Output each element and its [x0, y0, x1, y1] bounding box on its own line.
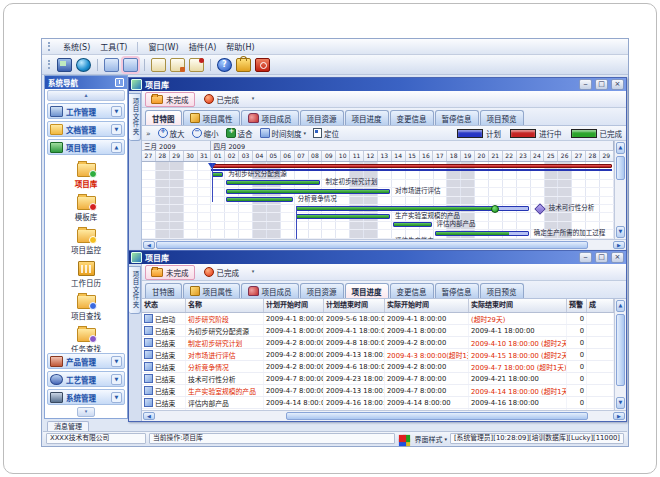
scrollbar-thumb[interactable]: [156, 241, 588, 249]
scroll-down-button[interactable]: [616, 397, 625, 409]
scroll-up-button[interactable]: [616, 142, 625, 154]
table-vertical-scrollbar[interactable]: [614, 299, 626, 410]
tool-定位[interactable]: 定位: [313, 128, 339, 139]
gantt-bar-评估内部产品[interactable]: [393, 222, 432, 227]
mail-icon[interactable]: [151, 58, 166, 72]
gantt-bar-分析竞争情况[interactable]: [226, 197, 292, 202]
gantt-bar-为初步研究分配资源[interactable]: [212, 172, 223, 177]
sidebar-group-项目管理[interactable]: 项目管理▲: [47, 139, 125, 155]
table-row[interactable]: 已结束生产实验室规模的产品2009-4-7 8:00:002009-4-13 1…: [142, 385, 614, 397]
table-row[interactable]: 已结束制定初步研究计划2009-4-2 8:00:002009-4-8 18:0…: [142, 337, 614, 349]
menu-item[interactable]: 窗口(W): [148, 41, 178, 52]
close-button[interactable]: [611, 252, 624, 263]
scroll-right-button[interactable]: [613, 241, 625, 249]
tab-变更信息[interactable]: 变更信息: [390, 110, 434, 125]
column-header-名称[interactable]: 名称: [186, 299, 264, 312]
sidebar-group-系统管理[interactable]: 系统管理▼: [47, 389, 125, 405]
monitor-icon[interactable]: [57, 58, 72, 72]
sidebar-item-项目库[interactable]: 项目库: [45, 158, 127, 191]
tool-时间刻度[interactable]: 时间刻度▾: [260, 128, 307, 139]
menu-item[interactable]: 系统(S): [63, 41, 90, 52]
scroll-down-button[interactable]: [616, 226, 625, 238]
scrollbar-thumb[interactable]: [616, 156, 625, 180]
filter-dropdown-button[interactable]: [248, 94, 258, 104]
tools-overflow-button[interactable]: »: [146, 129, 151, 138]
gantt-window-titlebar[interactable]: 项目库: [129, 78, 626, 91]
filter-dropdown-button[interactable]: [248, 267, 258, 277]
lock-icon[interactable]: [236, 58, 251, 72]
tab-项目预览[interactable]: 项目预览: [480, 110, 524, 125]
tab-项目成员[interactable]: 项目成员: [241, 110, 299, 125]
column-header-实际开始时间[interactable]: 实际开始时间: [385, 299, 469, 312]
chevron-up-icon[interactable]: ▲: [111, 142, 122, 153]
tab-项目资源[interactable]: 项目资源: [300, 283, 344, 298]
menu-item[interactable]: 工具(T): [100, 41, 127, 52]
help-icon[interactable]: [217, 58, 232, 72]
tab-项目进度[interactable]: 项目进度: [345, 283, 389, 298]
sidebar-group-工作管理[interactable]: 工作管理▼: [47, 103, 125, 119]
sidebar-group-文档管理[interactable]: 文档管理▼: [47, 121, 125, 137]
close-button[interactable]: [611, 79, 624, 90]
table-row[interactable]: 已结束分析竞争情况2009-4-2 8:00:002009-4-6 18:00:…: [142, 361, 614, 373]
gantt-summary-bar-初步研究阶段[interactable]: [211, 164, 612, 168]
chevron-down-icon[interactable]: ▼: [111, 374, 122, 385]
tab-项目进度[interactable]: 项目进度: [345, 110, 389, 125]
table-row[interactable]: 已结束为初步研究分配资源2009-4-1 8:00:002009-4-1 18:…: [142, 325, 614, 337]
gantt-bar-制定初步研究计划[interactable]: [226, 180, 320, 185]
project-folder-side-tab[interactable]: 项目文件夹: [129, 93, 141, 141]
scroll-left-button[interactable]: [143, 412, 155, 420]
tab-甘特图[interactable]: 甘特图: [145, 110, 182, 125]
chevron-down-icon[interactable]: ▼: [111, 356, 122, 367]
sidebar-collapse-button[interactable]: [47, 90, 125, 101]
scrollbar-thumb[interactable]: [286, 412, 588, 420]
filter-button-未完成[interactable]: 未完成: [145, 265, 195, 280]
table-row[interactable]: 已结束对市场进行评估2009-4-2 8:00:002009-4-13 18:0…: [142, 349, 614, 361]
tab-甘特图[interactable]: 甘特图: [145, 283, 182, 298]
chevron-down-icon[interactable]: ▼: [111, 106, 122, 117]
menu-item[interactable]: 插件(A): [189, 41, 217, 52]
table-row[interactable]: 已启动初步研究阶段2009-4-1 8:00:002009-5-6 18:00:…: [142, 313, 614, 325]
globe-icon[interactable]: [76, 58, 91, 72]
interface-style-button[interactable]: 界面样式 ▾: [414, 434, 447, 444]
tool-适合[interactable]: 适合: [226, 128, 253, 139]
gantt-bar-对市场进行评估[interactable]: [226, 189, 390, 194]
tab-项目预览[interactable]: 项目预览: [480, 283, 524, 298]
sidebar-item-项目查找[interactable]: 项目查找: [45, 290, 127, 323]
table-row[interactable]: 已结束评估内部产品2009-4-14 8:00:002009-4-16 18:0…: [142, 397, 614, 409]
column-header-实际结束时间[interactable]: 实际结束时间: [469, 299, 567, 312]
tool-缩小[interactable]: 缩小: [192, 128, 219, 139]
tab-暂停信息[interactable]: 暂停信息: [435, 110, 479, 125]
pin-icon[interactable]: [115, 78, 124, 87]
gantt-bar-确定生产所需的加工过程[interactable]: [435, 231, 529, 236]
gantt-horizontal-scrollbar[interactable]: [142, 239, 626, 250]
scroll-up-button[interactable]: [616, 300, 625, 312]
sidebar-item-工作日历[interactable]: 工作日历: [45, 257, 127, 290]
sidebar-item-模板库[interactable]: 模板库: [45, 191, 127, 224]
folder-blue-icon[interactable]: [104, 58, 119, 72]
gantt-bar-生产实验室规模的产品[interactable]: [296, 214, 390, 219]
table-horizontal-scrollbar[interactable]: [142, 410, 626, 421]
tab-项目属性[interactable]: 项目属性: [183, 283, 240, 298]
project-folder-side-tab[interactable]: 项目文件夹: [129, 266, 141, 314]
maximize-button[interactable]: [595, 79, 608, 90]
tab-项目成员[interactable]: 项目成员: [241, 283, 299, 298]
minimize-button[interactable]: [579, 252, 592, 263]
tab-暂停信息[interactable]: 暂停信息: [435, 283, 479, 298]
sidebar-more-button[interactable]: [77, 407, 95, 417]
sidebar-group-工艺管理[interactable]: 工艺管理▼: [47, 371, 125, 387]
filter-button-已完成[interactable]: 已完成: [198, 265, 246, 280]
table-window-titlebar[interactable]: 项目库: [129, 251, 626, 264]
sidebar-item-任务查找[interactable]: 任务查找: [45, 323, 127, 352]
chevron-down-icon[interactable]: ▼: [111, 392, 122, 403]
gantt-body[interactable]: 为初步研究分配资源制定初步研究计划对市场进行评估分析竞争情况技术可行性分析生产实…: [142, 162, 614, 239]
sidebar-group-产品管理[interactable]: 产品管理▼: [47, 353, 125, 369]
exit-icon[interactable]: [255, 58, 270, 72]
minimize-button[interactable]: [579, 79, 592, 90]
column-header-成[interactable]: 成: [587, 299, 614, 312]
maximize-button[interactable]: [595, 252, 608, 263]
folder-open-icon[interactable]: [123, 58, 138, 72]
scroll-left-button[interactable]: [143, 241, 155, 249]
column-header-计划开始时间[interactable]: 计划开始时间: [264, 299, 324, 312]
chevron-down-icon[interactable]: ▼: [111, 124, 122, 135]
table-row[interactable]: 已结束技术可行性分析2009-4-7 8:00:002009-4-23 18:0…: [142, 373, 614, 385]
